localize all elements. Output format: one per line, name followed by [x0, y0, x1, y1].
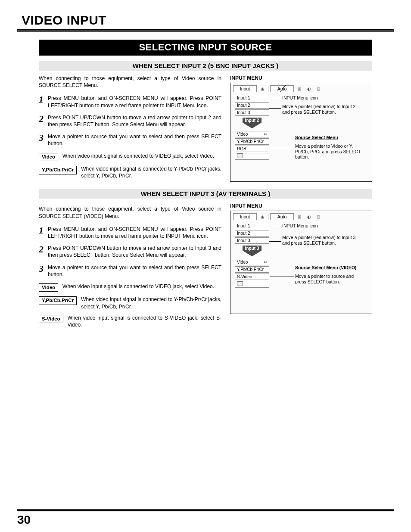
annot: Move a pointer to source and press SELEC… [295, 274, 364, 284]
annot: Move a pointer (red arrow) to Input 3 an… [282, 235, 360, 246]
toolbar-icon: ⊞ [296, 215, 303, 219]
toolbar-icon: ◐ [305, 215, 313, 219]
arrow-down-icon [243, 123, 261, 128]
page-number: 30 [17, 513, 31, 527]
option-text: When video input signal is connected to … [81, 296, 221, 310]
step-text: Press MENU button and ON-SCREEN MENU wil… [48, 226, 221, 240]
source-item-label: Video [237, 259, 248, 265]
annot: INPUT Menu icon [282, 223, 318, 229]
intro-a: When connecting to those equipment, sele… [39, 75, 221, 89]
toolbar-icon: ⊡ [314, 215, 322, 219]
annot-title: Source Select Menu (VIDEO) [295, 265, 356, 271]
nav-icon: ◉ [258, 87, 266, 91]
menu-box: Input ◉ Auto ⊞ ◐ ⊡ Input 1 Input 2 Input… [230, 83, 372, 182]
nav-icon: ◉ [258, 215, 266, 219]
menu-heading: INPUT MENU [230, 75, 372, 81]
source-item: S-Video [235, 274, 269, 280]
sub-banner-a: WHEN SELECT INPUT 2 (5 BNC INPUT JACKS ) [39, 61, 372, 71]
step-num: 1 [39, 95, 44, 109]
menu-heading: INPUT MENU [230, 203, 372, 209]
leader-line [271, 226, 281, 226]
close-icon [237, 153, 243, 158]
section-banner: SELECTING INPUT SOURCE [39, 40, 372, 56]
input-item: Input 3 [235, 237, 269, 244]
option-text: When video input signal is connected to … [62, 152, 221, 159]
menu-btn-auto: Auto [270, 213, 294, 220]
back-arrow-icon: ⇦ [264, 131, 267, 137]
source-item: Video⇦ [235, 259, 269, 265]
toolbar-icon: ⊞ [296, 87, 303, 91]
annot: Move a pointer to Video or Y, Pb/Cb, Pr/… [295, 143, 364, 160]
back-arrow-icon: ⇦ [264, 259, 267, 265]
input-item: Input 2 [235, 230, 269, 236]
source-close [235, 281, 269, 288]
arrow-down-icon [243, 251, 261, 256]
step-text: Press MENU button and ON-SCREEN MENU wil… [48, 95, 221, 109]
source-item: Y,Pb/Cb,Pr/Cr [235, 138, 269, 145]
step-num: 2 [39, 245, 44, 258]
step-text: Move a pointer to source that you want t… [48, 133, 221, 147]
input-item: Input 1 [235, 95, 269, 101]
annot: Move a pointer (red arrow) to Input 2 an… [282, 104, 360, 115]
option-box: Video [39, 283, 58, 292]
step-text: Press POINT UP/DOWN button to move a red… [48, 245, 221, 258]
rule-thin [17, 31, 394, 32]
toolbar-icon: ◐ [305, 87, 313, 91]
option-box: Y,Pb/Cb,Pr/Cr [39, 166, 77, 174]
source-item: Video⇦ [235, 131, 269, 137]
arrow-label: Input 3 [243, 246, 262, 251]
menu-btn-input: Input [233, 85, 257, 92]
page-title: VIDEO INPUT [22, 13, 394, 28]
option-box: S-Video [39, 315, 63, 324]
source-item-label: Video [237, 131, 248, 137]
option-text: When video input signal is connected to … [62, 283, 221, 290]
step-num: 3 [39, 264, 44, 278]
option-box: Y,Pb/Cb,Pr/Cr [39, 296, 77, 305]
step-num: 3 [39, 133, 44, 147]
option-text: When video input signal is connected to … [68, 314, 221, 328]
leader-line [270, 277, 294, 277]
annot-title: Source Select Menu [295, 135, 338, 140]
leader-line [269, 108, 281, 109]
step-num: 1 [39, 226, 44, 240]
leader-line [271, 98, 281, 98]
input-item: Input 3 [235, 109, 269, 116]
option-box: Video [39, 153, 58, 162]
arrow-label: Input 2 [243, 118, 262, 123]
rule-thick [17, 29, 394, 31]
input-item: Input 1 [235, 223, 269, 229]
rule-thin [17, 509, 394, 510]
leader-line [270, 148, 294, 148]
source-close [235, 153, 269, 160]
menu-btn-input: Input [233, 213, 257, 220]
sub-banner-b: WHEN SELECT INPUT 3 (AV TERMINALS ) [39, 189, 372, 199]
source-item: Y,Pb/Cb,Pr/Cr [235, 266, 269, 273]
leader-line [269, 241, 281, 242]
step-text: Move a pointer to source that you want t… [48, 264, 221, 278]
input-item: Input 2 [235, 102, 269, 109]
step-text: Press POINT UP/DOWN button to move a red… [48, 114, 221, 128]
source-item: RGB [235, 146, 269, 152]
rule-thick [17, 510, 394, 511]
intro-b: When connecting to those equipment, sele… [39, 205, 221, 219]
close-icon [237, 281, 243, 286]
menu-box: Input ◉ Auto ⊞ ◐ ⊡ Input 1 Input 2 Input… [230, 211, 372, 314]
step-num: 2 [39, 114, 44, 128]
toolbar-icon: ⊡ [314, 87, 322, 91]
annot: INPUT Menu icon [282, 95, 318, 101]
option-text: When video input signal is connected to … [81, 165, 221, 179]
